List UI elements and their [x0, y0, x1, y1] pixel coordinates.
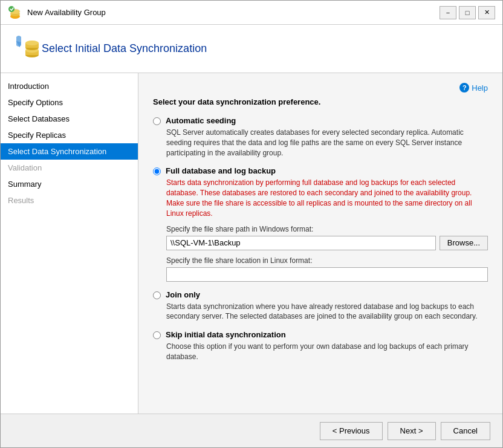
label-automatic-seeding[interactable]: Automatic seeding — [166, 116, 236, 125]
desc-join-only: Starts data synchronization where you ha… — [166, 302, 488, 322]
help-icon: ? — [459, 83, 469, 93]
desc-automatic-seeding: SQL Server automatically creates databas… — [166, 128, 488, 158]
sidebar-item-validation: Validation — [1, 160, 138, 176]
sidebar-item-results: Results — [1, 192, 138, 209]
sidebar-item-summary[interactable]: Summary — [1, 176, 138, 192]
help-row: ? Help — [153, 83, 488, 93]
radio-row-automatic: Automatic seeding — [153, 116, 488, 125]
radio-join-only[interactable] — [153, 291, 161, 299]
linux-path-label: Specify the file share location in Linux… — [166, 256, 488, 265]
option-skip-initial: Skip initial data synchronization Choose… — [153, 330, 488, 362]
windows-path-label: Specify the file share path in Windows f… — [166, 225, 488, 233]
linux-path-input[interactable] — [166, 267, 488, 282]
windows-path-field: Specify the file share path in Windows f… — [166, 225, 488, 250]
maximize-button[interactable]: □ — [459, 6, 476, 19]
minimize-button[interactable]: − — [440, 6, 456, 19]
label-join-only[interactable]: Join only — [166, 290, 200, 299]
header-icon — [13, 34, 42, 63]
content-area: Introduction Specify Options Select Data… — [1, 73, 502, 414]
radio-automatic-seeding[interactable] — [153, 117, 161, 125]
desc-skip-initial: Choose this option if you want to perfor… — [166, 342, 488, 362]
main-content: ? Help Select your data synchronization … — [138, 73, 502, 414]
next-button[interactable]: Next > — [388, 422, 436, 440]
radio-row-skip: Skip initial data synchronization — [153, 330, 488, 339]
window-icon — [8, 5, 22, 20]
svg-point-9 — [25, 41, 39, 45]
main-inner: ? Help Select your data synchronization … — [138, 73, 502, 414]
browse-button[interactable]: Browse... — [440, 236, 488, 250]
page-title: Select Initial Data Synchronization — [42, 42, 207, 55]
option-automatic-seeding: Automatic seeding SQL Server automatical… — [153, 116, 488, 158]
sidebar-item-select-data-sync[interactable]: Select Data Synchronization — [1, 143, 138, 160]
cancel-button[interactable]: Cancel — [441, 422, 490, 440]
label-skip-initial[interactable]: Skip initial data synchronization — [166, 330, 286, 339]
sidebar-item-introduction[interactable]: Introduction — [1, 78, 138, 94]
close-button[interactable]: ✕ — [478, 6, 495, 19]
windows-path-row: Browse... — [166, 236, 488, 250]
previous-button[interactable]: < Previous — [320, 422, 383, 440]
main-window: New Availability Group − □ ✕ Select Init… — [0, 0, 503, 448]
radio-full-database[interactable] — [153, 167, 161, 175]
radio-skip-initial[interactable] — [153, 331, 161, 339]
sidebar-item-specify-replicas[interactable]: Specify Replicas — [1, 127, 138, 143]
desc-full-database: Starts data synchronization by performin… — [166, 178, 488, 218]
page-header: Select Initial Data Synchronization — [1, 25, 502, 73]
svg-point-3 — [8, 6, 15, 12]
sidebar-item-specify-options[interactable]: Specify Options — [1, 94, 138, 111]
sidebar: Introduction Specify Options Select Data… — [1, 73, 138, 414]
option-full-database: Full database and log backup Starts data… — [153, 166, 488, 281]
linux-path-field: Specify the file share location in Linux… — [166, 256, 488, 282]
radio-row-join: Join only — [153, 290, 488, 299]
footer: < Previous Next > Cancel — [1, 414, 502, 447]
label-full-database[interactable]: Full database and log backup — [166, 166, 276, 175]
radio-row-full: Full database and log backup — [153, 166, 488, 175]
help-link[interactable]: ? Help — [459, 83, 488, 93]
window-title: New Availability Group — [27, 8, 440, 17]
windows-path-input[interactable] — [166, 236, 436, 250]
section-intro: Select your data synchronization prefere… — [153, 97, 488, 106]
option-join-only: Join only Starts data synchronization wh… — [153, 290, 488, 322]
title-buttons: − □ ✕ — [440, 6, 495, 19]
sidebar-item-select-databases[interactable]: Select Databases — [1, 111, 138, 127]
title-bar: New Availability Group − □ ✕ — [1, 1, 502, 25]
